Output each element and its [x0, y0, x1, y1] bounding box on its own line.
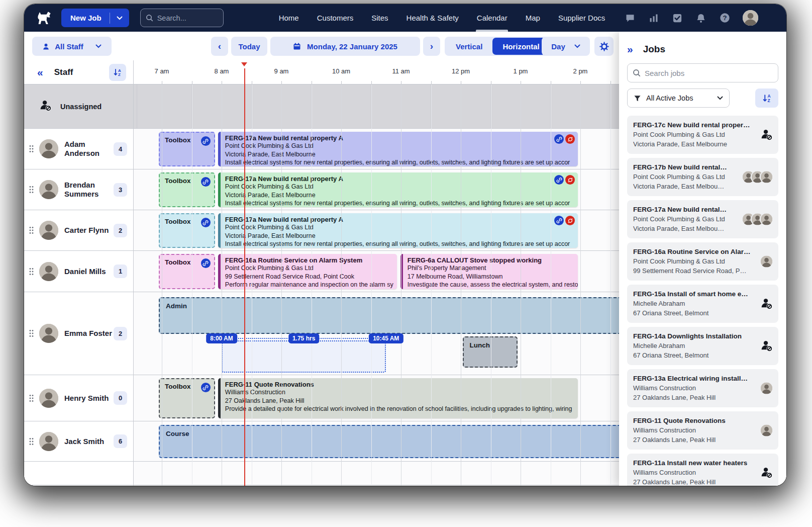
nav-link-supplier-docs[interactable]: Supplier Docs [558, 4, 605, 32]
job-card-customer: Williams Construction [633, 384, 772, 392]
time-selection-box[interactable] [222, 340, 386, 373]
grid-line [461, 84, 461, 486]
job-block[interactable]: FERG-17a New build rental property APoin… [218, 172, 578, 207]
nav-link-map[interactable]: Map [526, 4, 540, 32]
bell-icon[interactable] [695, 13, 706, 24]
jobs-panel-header: » Jobs [627, 42, 778, 57]
assignee-avatar [760, 213, 773, 226]
nav-link-customers[interactable]: Customers [317, 4, 354, 32]
drag-handle-icon[interactable] [29, 268, 35, 276]
job-card[interactable]: FERG-17c New build rental proper…Point C… [627, 116, 778, 154]
job-block[interactable]: FERG-6a CALLOUT Stove stopped workingPhi… [400, 254, 578, 289]
toolbox-label: Toolbox [165, 258, 191, 266]
job-card-customer: Williams Construction [633, 469, 772, 476]
new-job-button[interactable]: New Job [61, 9, 129, 27]
job-card[interactable]: FERG-13a Electrical wiring install…Willi… [627, 369, 778, 407]
toolbox-block[interactable]: Toolbox [159, 254, 215, 289]
lunch-block[interactable]: Lunch [463, 336, 518, 368]
nav-link-health-safety[interactable]: Health & Safety [407, 4, 459, 32]
navbar-icon-group: ? [625, 10, 758, 26]
drag-handle-icon[interactable] [29, 186, 35, 194]
view-option-horizontal[interactable]: Horizontal [492, 38, 549, 55]
global-search-input[interactable] [157, 14, 218, 22]
job-card[interactable]: FERG-17a New build rental…Point Cook Plu… [627, 200, 778, 238]
drag-handle-icon[interactable] [29, 145, 35, 153]
job-card[interactable]: FERG-16a Routine Service on Alar…Point C… [627, 242, 778, 281]
tasks-icon[interactable] [672, 13, 683, 24]
staff-row-emma-foster[interactable]: Emma Foster2 [24, 292, 133, 375]
hour-label: 12 pm [452, 67, 470, 75]
drag-handle-icon[interactable] [29, 226, 35, 234]
selection-end-pill[interactable]: 10:45 AM [369, 333, 403, 343]
job-card[interactable]: FERG-11a Install new water heatersWillia… [627, 454, 778, 486]
collapse-jobs-panel-icon[interactable]: » [627, 43, 633, 55]
global-search[interactable] [140, 9, 224, 27]
nav-link-label: Calendar [477, 14, 508, 22]
job-card[interactable]: FERG-14a Downlights InstallationMichelle… [627, 327, 778, 365]
chat-icon[interactable] [625, 13, 636, 24]
toolbox-block[interactable]: Toolbox [159, 213, 215, 248]
selection-start-pill[interactable]: 8:00 AM [206, 333, 237, 343]
user-avatar[interactable] [743, 10, 758, 26]
job-block-icons [554, 175, 575, 185]
job-block[interactable]: FERG-17a New build rental property APoin… [218, 132, 578, 166]
job-card[interactable]: FERG-15a Install of smart home e…Michell… [627, 285, 778, 323]
nav-link-calendar[interactable]: Calendar [477, 4, 508, 32]
hour-label: 8 am [215, 67, 229, 75]
nav-link-label: Supplier Docs [558, 14, 605, 22]
drag-handle-icon[interactable] [29, 329, 35, 337]
staff-row-unassigned[interactable]: Unassigned [24, 84, 133, 129]
drag-handle-icon[interactable] [29, 394, 35, 402]
staff-filter-dropdown[interactable]: All Staff [32, 37, 112, 56]
staff-row-daniel-mills[interactable]: Daniel Mills1 [24, 251, 133, 292]
jobs-search[interactable] [627, 63, 778, 82]
collapse-staff-icon[interactable]: « [37, 66, 43, 78]
calendar-settings-button[interactable] [594, 37, 614, 56]
job-block[interactable]: FERG-11 Quote RenovationsWilliams Constr… [218, 378, 578, 418]
toolbox-block[interactable]: Toolbox [159, 378, 215, 418]
new-job-chevron-down-icon[interactable] [110, 16, 129, 20]
job-card[interactable]: FERG-11 Quote RenovationsWilliams Constr… [627, 411, 778, 450]
nav-link-home[interactable]: Home [279, 4, 299, 32]
hour-label: 1 pm [514, 67, 528, 75]
job-block[interactable]: FERG-17a New build rental property APoin… [218, 213, 578, 248]
view-option-vertical[interactable]: Vertical [446, 38, 492, 55]
job-card-title: FERG-11 Quote Renovations [633, 417, 772, 424]
chevron-down-icon [95, 44, 102, 48]
staff-row-brendan-summers[interactable]: Brendan Summers3 [24, 169, 133, 210]
job-card[interactable]: FERG-17b New build rental…Point Cook Plu… [627, 158, 778, 196]
time-tick [551, 81, 551, 84]
selection-duration-pill[interactable]: 1.75 hrs [288, 333, 319, 343]
stats-icon[interactable] [648, 13, 659, 24]
toolbox-block[interactable]: Toolbox [159, 172, 215, 207]
link-icon [554, 134, 564, 144]
toolbox-block[interactable]: Toolbox [159, 132, 215, 166]
job-card-address: 27 Oaklands Lane, Peak Hill [633, 394, 772, 401]
drag-handle-icon[interactable] [29, 437, 35, 446]
jobs-search-input[interactable] [645, 69, 760, 77]
date-picker-button[interactable]: Monday, 22 January 2025 [270, 37, 420, 56]
staff-row-henry-smith[interactable]: Henry Smith0 [24, 375, 133, 421]
prev-day-button[interactable]: ‹ [211, 37, 228, 56]
next-day-button[interactable]: › [423, 37, 440, 56]
grid-line [222, 84, 222, 486]
staff-row-adam-anderson[interactable]: Adam Anderson4 [24, 129, 133, 169]
assignee-avatars [760, 382, 773, 395]
staff-sort-button[interactable]: AZ [109, 64, 126, 81]
staff-row-carter-flynn[interactable]: Carter Flynn2 [24, 210, 133, 251]
jobs-sort-button[interactable]: AZ [755, 89, 778, 108]
staff-column: « Staff AZ UnassignedAdam Anderson4Brend… [24, 60, 134, 486]
jobs-filter-dropdown[interactable]: All Active Jobs [627, 89, 730, 108]
help-icon[interactable]: ? [719, 13, 730, 24]
staff-name: Henry Smith [64, 394, 113, 403]
lunch-label: Lunch [470, 341, 490, 349]
staff-row-jack-smith[interactable]: Jack Smith6 [24, 421, 133, 462]
today-button[interactable]: Today [231, 37, 267, 56]
range-dropdown[interactable]: Day [542, 37, 590, 56]
time-tick [192, 81, 192, 84]
nav-link-sites[interactable]: Sites [371, 4, 388, 32]
grid-line [580, 84, 581, 486]
time-tick [312, 81, 312, 84]
fergus-logo-icon[interactable] [35, 10, 52, 27]
grid-line [252, 84, 252, 486]
